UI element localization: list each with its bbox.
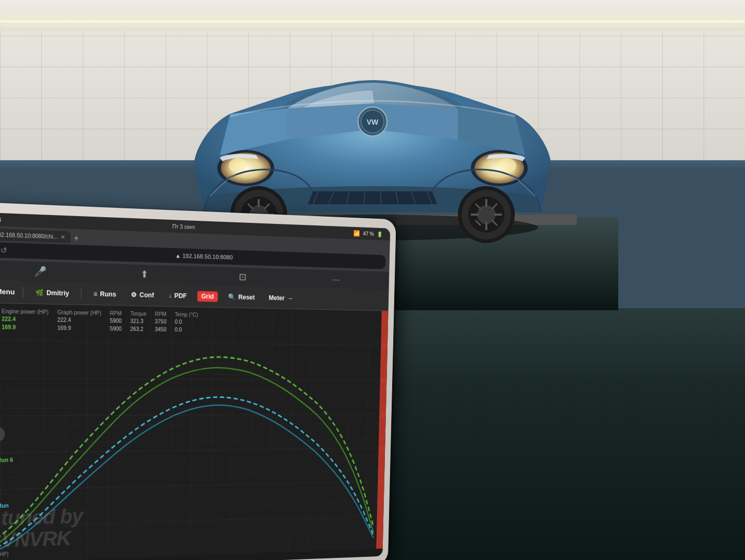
battery-icon: 🔋 xyxy=(377,231,382,237)
reset-button[interactable]: 🔍 Reset xyxy=(224,291,259,302)
row1-engine-power: 222.4 xyxy=(0,315,53,324)
col-header-5: RPM xyxy=(151,311,171,318)
svg-text:VW: VW xyxy=(367,118,379,126)
runs-icon: ≡ xyxy=(94,290,97,298)
runs-label: Runs xyxy=(100,290,116,298)
col-header-3: RPM xyxy=(106,310,126,317)
reset-icon: 🔍 xyxy=(228,293,236,300)
reload-button[interactable]: ↺ xyxy=(1,246,7,254)
watermark-line1: tuned by xyxy=(1,506,83,530)
separator-2 xyxy=(81,288,82,299)
user-icon: 🌿 xyxy=(35,289,43,296)
row2-temp: 0.0 xyxy=(171,326,202,334)
browser-tab-active[interactable]: 192.168.50.10:8080/chi... ✕ xyxy=(0,228,70,243)
tab-label: 192.168.50.10:8080/chi... xyxy=(0,231,58,239)
svg-text:(HP): (HP) xyxy=(0,551,9,557)
more-button[interactable]: ··· xyxy=(332,274,339,285)
data-table: Engine power (HP) Graph power (HP) RPM T… xyxy=(0,308,202,334)
ipad-device: 12:23 Пт 3 сент. 📶 47 % 🔋 192.168.50.10:… xyxy=(0,202,396,560)
menu-label: Menu xyxy=(0,287,15,296)
runs-button[interactable]: ≡ Runs xyxy=(89,288,120,299)
grid-button[interactable]: Grid xyxy=(197,291,218,301)
status-time: 12:23 xyxy=(0,216,1,223)
new-tab-button[interactable]: + xyxy=(73,233,79,243)
pdf-label: PDF xyxy=(174,292,187,299)
pdf-icon: ↓ xyxy=(169,292,172,299)
svg-text:Run 6: Run 6 xyxy=(0,457,13,463)
chart-area: › xyxy=(0,303,389,560)
row2-engine-power: 169.9 xyxy=(0,323,53,332)
row1-temp: 0.0 xyxy=(171,318,202,326)
ipad-screen: 12:23 Пт 3 сент. 📶 47 % 🔋 192.168.50.10:… xyxy=(0,212,390,560)
separator-1 xyxy=(23,286,23,297)
row1-graph-power: 222.4 xyxy=(53,316,106,325)
row2-graph-power: 169.9 xyxy=(53,324,106,332)
conf-button[interactable]: ⚙ Conf xyxy=(127,289,158,300)
row2-torque: 263.2 xyxy=(126,325,151,333)
row2-rpm2: 3450 xyxy=(151,325,171,334)
svg-point-17 xyxy=(229,158,247,173)
reader-button[interactable]: ⊡ xyxy=(239,271,246,283)
meter-arrow: → xyxy=(287,294,293,301)
scene: VW xyxy=(0,0,745,560)
watermark: tuned by VNVRK xyxy=(1,506,83,552)
wifi-icon: 📶 xyxy=(353,230,360,236)
svg-point-20 xyxy=(498,158,516,173)
user-label: Dmitriy xyxy=(47,289,69,297)
grid-label: Grid xyxy=(201,292,214,300)
conf-icon: ⚙ xyxy=(131,291,137,298)
user-button[interactable]: 🌿 Dmitriy xyxy=(31,287,73,299)
col-header-4: Torque xyxy=(126,310,151,317)
mic-button[interactable]: 🎤 xyxy=(34,265,47,278)
status-date: Пт 3 сент. xyxy=(172,223,196,230)
conf-label: Conf xyxy=(140,291,154,299)
tab-close-button[interactable]: ✕ xyxy=(61,234,65,240)
status-right: 📶 47 % 🔋 xyxy=(353,230,383,237)
row1-torque: 321.3 xyxy=(126,317,151,325)
menu-button[interactable]: Menu xyxy=(0,287,15,296)
meter-label: Meter xyxy=(269,294,285,302)
row2-rpm1: 5900 xyxy=(106,325,126,333)
row1-rpm2: 3750 xyxy=(151,317,171,326)
share-button[interactable]: ⬆ xyxy=(141,268,148,280)
reset-label: Reset xyxy=(239,293,255,301)
meter-button[interactable]: Meter → xyxy=(265,292,297,303)
ipad-body: 12:23 Пт 3 сент. 📶 47 % 🔋 192.168.50.10:… xyxy=(0,202,396,560)
watermark-line2: VNVRK xyxy=(1,527,82,552)
pdf-button[interactable]: ↓ PDF xyxy=(165,290,191,301)
row1-rpm1: 5900 xyxy=(106,316,126,325)
col-header-6: Temp (°C) xyxy=(171,311,202,318)
battery-label: 47 % xyxy=(363,231,374,237)
